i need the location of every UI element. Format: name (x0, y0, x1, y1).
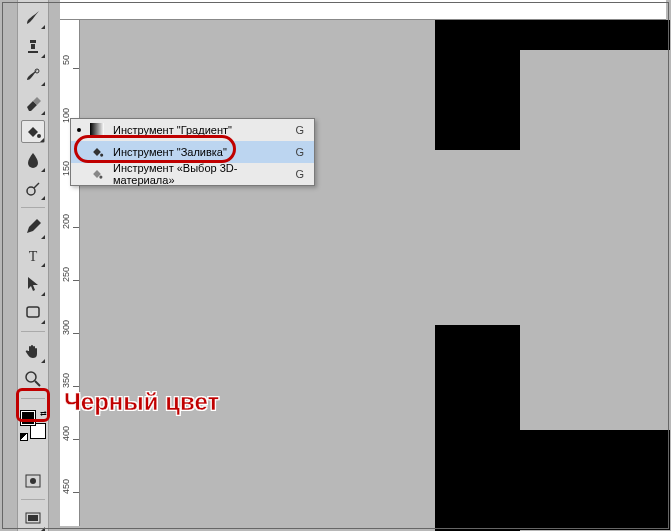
bucket-tool[interactable] (21, 120, 45, 144)
svg-rect-9 (28, 515, 38, 521)
ruler-tick: 300 (62, 320, 71, 335)
zoom-tool[interactable] (21, 368, 45, 391)
canvas-area[interactable] (80, 20, 666, 526)
swap-colors-icon[interactable]: ⇄ (40, 409, 47, 418)
svg-rect-4 (27, 307, 39, 317)
svg-point-12 (99, 176, 102, 179)
tools-toolbar: T ⇄ (17, 0, 49, 531)
ruler-tick: 400 (62, 426, 71, 441)
app-outer-gutter (0, 0, 17, 531)
flyout-item-paint-bucket[interactable]: Инструмент "Заливка" G (71, 141, 314, 163)
svg-rect-10 (90, 123, 104, 137)
eraser-tool[interactable] (21, 91, 45, 114)
dodge-tool[interactable] (21, 177, 45, 200)
quick-mask-icon (24, 472, 42, 490)
flyout-shortcut: G (295, 146, 304, 158)
toolbar-separator (21, 499, 45, 500)
shape-tool[interactable] (21, 301, 45, 324)
default-colors-icon[interactable] (20, 433, 28, 441)
gradient-icon (89, 122, 105, 138)
blur-tool-icon (24, 151, 42, 169)
screen-mode-toggle[interactable] (21, 507, 45, 530)
type-tool-icon: T (24, 247, 42, 265)
ruler-tick: 200 (62, 214, 71, 229)
pen-tool-icon (24, 218, 42, 236)
vertical-ruler[interactable]: 50 100 150 200 250 300 350 400 450 (60, 20, 80, 526)
brush-tool[interactable] (21, 6, 45, 29)
pen-tool[interactable] (21, 215, 45, 238)
bucket-tool-flyout: Инструмент "Градиент" G Инструмент "Зали… (70, 118, 315, 186)
toolbar-separator (21, 331, 45, 332)
toolbar-separator (21, 398, 45, 399)
path-select-icon (24, 275, 42, 293)
svg-point-11 (100, 154, 103, 157)
shape-tool-icon (24, 303, 42, 321)
ruler-tick: 350 (62, 373, 71, 388)
blur-tool[interactable] (21, 148, 45, 171)
ruler-tick: 50 (62, 55, 71, 65)
hand-tool-icon (24, 342, 42, 360)
path-select-tool[interactable] (21, 272, 45, 295)
type-tool[interactable]: T (21, 244, 45, 267)
ruler-tick: 250 (62, 267, 71, 282)
horizontal-ruler[interactable] (60, 0, 666, 20)
flyout-item-gradient[interactable]: Инструмент "Градиент" G (71, 119, 314, 141)
gutter (49, 0, 60, 531)
zoom-tool-icon (24, 370, 42, 388)
history-brush-tool[interactable] (21, 63, 45, 86)
material-drop-icon (89, 166, 105, 182)
ruler-tick: 450 (62, 479, 71, 494)
flyout-item-3d-material[interactable]: Инструмент «Выбор 3D-материала» G (71, 163, 314, 185)
flyout-shortcut: G (295, 124, 304, 136)
history-brush-icon (24, 66, 42, 84)
hand-tool[interactable] (21, 339, 45, 362)
svg-point-1 (37, 134, 41, 138)
flyout-label: Инструмент "Градиент" (113, 124, 287, 136)
stamp-tool[interactable] (21, 34, 45, 57)
svg-point-7 (30, 478, 36, 484)
quick-mask-toggle[interactable] (21, 469, 45, 492)
toolbar-separator (21, 207, 45, 208)
brush-tool-icon (24, 9, 42, 27)
active-tool-indicator (77, 128, 81, 132)
canvas-shape (435, 20, 520, 150)
dodge-tool-icon (24, 180, 42, 198)
svg-text:T: T (29, 249, 38, 264)
stamp-tool-icon (24, 37, 42, 55)
eraser-tool-icon (24, 94, 42, 112)
foreground-color-swatch[interactable] (20, 410, 36, 426)
svg-point-5 (26, 372, 36, 382)
color-swatches[interactable]: ⇄ (20, 410, 46, 439)
flyout-label: Инструмент "Заливка" (113, 146, 287, 158)
flyout-shortcut: G (295, 168, 304, 180)
canvas-shape (435, 325, 520, 531)
flyout-label: Инструмент «Выбор 3D-материала» (113, 162, 287, 186)
screen-mode-icon (24, 510, 42, 528)
svg-point-2 (27, 187, 35, 195)
paint-bucket-icon (89, 144, 105, 160)
